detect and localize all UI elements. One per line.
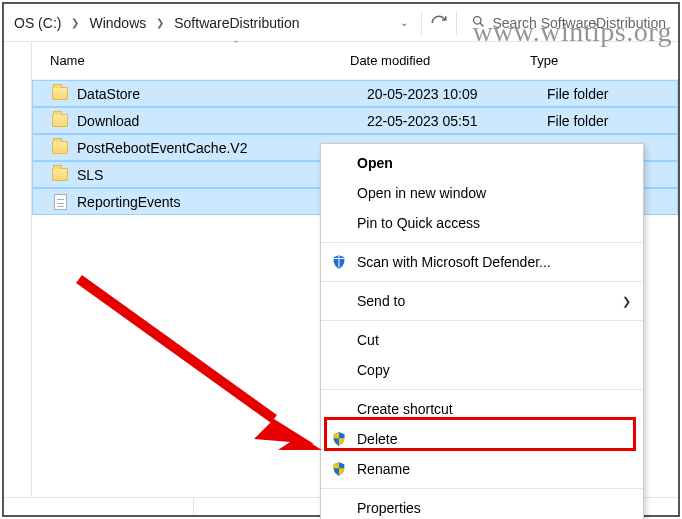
file-name: DataStore (77, 86, 367, 102)
menu-open-new-window[interactable]: Open in new window (321, 178, 643, 208)
search-box[interactable]: Search SoftwareDistribution (465, 14, 674, 32)
column-header-name[interactable]: Name (50, 53, 350, 68)
menu-properties[interactable]: Properties (321, 493, 643, 519)
table-row[interactable]: DataStore 20-05-2023 10:09 File folder (32, 80, 678, 107)
menu-delete[interactable]: Delete (321, 424, 643, 454)
chevron-right-icon: ❯ (150, 17, 170, 28)
context-menu: Open Open in new window Pin to Quick acc… (320, 143, 644, 519)
defender-icon (329, 254, 349, 270)
chevron-right-icon: ❯ (65, 17, 85, 28)
menu-send-to[interactable]: Send to ❯ (321, 286, 643, 316)
divider (456, 11, 457, 35)
search-placeholder: Search SoftwareDistribution (492, 15, 674, 31)
file-date: 22-05-2023 05:51 (367, 113, 547, 129)
menu-copy[interactable]: Copy (321, 355, 643, 385)
uac-shield-icon (329, 431, 349, 447)
svg-rect-3 (338, 255, 339, 267)
folder-icon (51, 85, 69, 103)
menu-cut[interactable]: Cut (321, 325, 643, 355)
folder-icon (51, 112, 69, 130)
menu-open[interactable]: Open (321, 148, 643, 178)
file-date: 20-05-2023 10:09 (367, 86, 547, 102)
svg-point-0 (474, 16, 482, 24)
file-type: File folder (547, 86, 677, 102)
file-type: File folder (547, 113, 677, 129)
address-bar[interactable]: OS (C:) ❯ Windows ❯ SoftwareDistribution (8, 8, 395, 38)
divider (421, 11, 422, 35)
menu-pin-quick-access[interactable]: Pin to Quick access (321, 208, 643, 238)
folder-icon (51, 166, 69, 184)
file-name: Download (77, 113, 367, 129)
nav-pane-strip (4, 42, 32, 497)
menu-rename[interactable]: Rename (321, 454, 643, 484)
uac-shield-icon (329, 461, 349, 477)
folder-icon (51, 139, 69, 157)
table-row[interactable]: Download 22-05-2023 05:51 File folder (32, 107, 678, 134)
chevron-right-icon: ❯ (622, 295, 631, 308)
search-icon (465, 14, 492, 32)
breadcrumb-item[interactable]: Windows (85, 13, 150, 33)
breadcrumb-item[interactable]: OS (C:) (10, 13, 65, 33)
column-header-date[interactable]: Date modified (350, 53, 530, 68)
refresh-button[interactable] (430, 14, 448, 32)
breadcrumb-item[interactable]: SoftwareDistribution (170, 13, 303, 33)
chevron-down-icon[interactable]: ⌄ (395, 17, 413, 28)
column-header-type[interactable]: Type (530, 53, 678, 68)
menu-create-shortcut[interactable]: Create shortcut (321, 394, 643, 424)
svg-line-1 (481, 23, 484, 26)
menu-scan-defender[interactable]: Scan with Microsoft Defender... (321, 247, 643, 277)
file-icon (51, 193, 69, 211)
sort-asc-icon: ⌃ (232, 39, 240, 49)
